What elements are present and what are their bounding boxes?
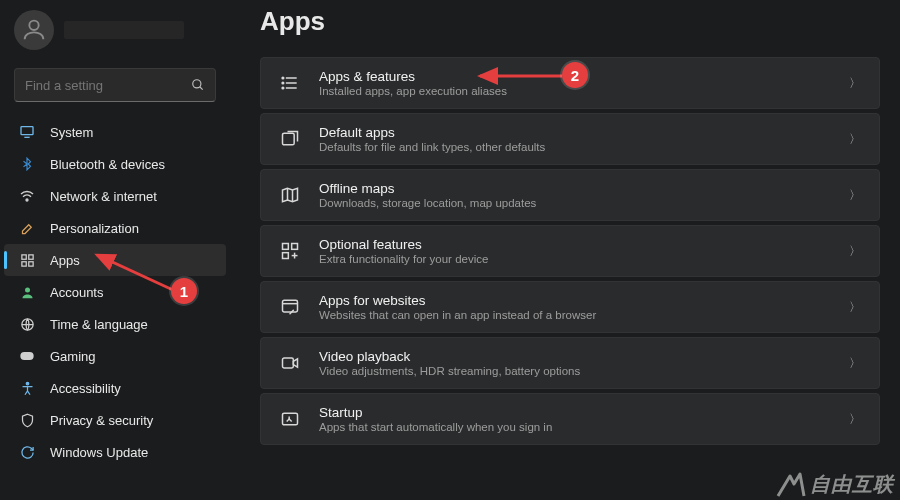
chevron-right-icon: 〉 (849, 411, 861, 428)
svg-rect-8 (21, 261, 25, 265)
sidebar-item-label: Network & internet (50, 189, 157, 204)
card-default-apps[interactable]: Default apps Defaults for file and link … (260, 113, 880, 165)
settings-card-list: Apps & features Installed apps, app exec… (260, 57, 880, 445)
svg-rect-23 (283, 244, 289, 250)
sidebar-item-time-language[interactable]: Time & language (4, 308, 226, 340)
chevron-right-icon: 〉 (849, 131, 861, 148)
card-subtitle: Downloads, storage location, map updates (319, 197, 536, 209)
startup-icon (279, 408, 301, 430)
wifi-icon (18, 187, 36, 205)
svg-rect-12 (20, 352, 33, 360)
sidebar-item-apps[interactable]: Apps (4, 244, 226, 276)
svg-rect-7 (28, 254, 32, 258)
sidebar-item-gaming[interactable]: Gaming (4, 340, 226, 372)
svg-rect-25 (283, 253, 289, 259)
svg-rect-9 (28, 261, 32, 265)
brush-icon (18, 219, 36, 237)
svg-point-19 (282, 87, 284, 89)
accessibility-icon (18, 379, 36, 397)
svg-point-5 (26, 199, 28, 201)
annotation-badge-1: 1 (171, 278, 197, 304)
default-apps-icon (279, 128, 301, 150)
grid-plus-icon (279, 240, 301, 262)
chevron-right-icon: 〉 (849, 243, 861, 260)
sidebar-item-bluetooth[interactable]: Bluetooth & devices (4, 148, 226, 180)
svg-rect-20 (283, 133, 295, 145)
sidebar-item-label: Personalization (50, 221, 139, 236)
card-subtitle: Extra functionality for your device (319, 253, 488, 265)
avatar (14, 10, 54, 50)
watermark-logo-icon (776, 472, 806, 498)
card-startup[interactable]: Startup Apps that start automatically wh… (260, 393, 880, 445)
search-input[interactable] (14, 68, 216, 102)
card-title: Default apps (319, 125, 545, 140)
svg-rect-24 (292, 244, 298, 250)
search-field[interactable] (25, 78, 185, 93)
card-title: Apps & features (319, 69, 507, 84)
sidebar-item-label: Time & language (50, 317, 148, 332)
globe-icon (18, 315, 36, 333)
sidebar-item-label: Gaming (50, 349, 96, 364)
svg-point-13 (26, 382, 29, 385)
card-title: Video playback (319, 349, 580, 364)
list-icon (279, 72, 301, 94)
update-icon (18, 443, 36, 461)
sidebar-item-personalization[interactable]: Personalization (4, 212, 226, 244)
svg-rect-30 (283, 358, 294, 368)
gaming-icon (18, 347, 36, 365)
watermark: 自由互联 (776, 471, 894, 498)
person-icon (20, 16, 48, 44)
search-icon (191, 78, 205, 92)
card-subtitle: Websites that can open in an app instead… (319, 309, 596, 321)
card-subtitle: Video adjustments, HDR streaming, batter… (319, 365, 580, 377)
card-optional-features[interactable]: Optional features Extra functionality fo… (260, 225, 880, 277)
card-title: Offline maps (319, 181, 536, 196)
sidebar-item-label: Apps (50, 253, 80, 268)
svg-point-1 (193, 80, 201, 88)
sidebar-item-label: Privacy & security (50, 413, 153, 428)
card-subtitle: Apps that start automatically when you s… (319, 421, 552, 433)
svg-line-2 (200, 87, 203, 90)
sidebar-item-windows-update[interactable]: Windows Update (4, 436, 226, 468)
card-title: Optional features (319, 237, 488, 252)
sidebar-item-label: Accounts (50, 285, 103, 300)
card-apps-for-websites[interactable]: Apps for websites Websites that can open… (260, 281, 880, 333)
chevron-right-icon: 〉 (849, 355, 861, 372)
map-icon (279, 184, 301, 206)
svg-rect-6 (21, 254, 25, 258)
svg-point-18 (282, 82, 284, 84)
person-icon (18, 283, 36, 301)
apps-icon (18, 251, 36, 269)
sidebar: System Bluetooth & devices Network & int… (0, 0, 230, 500)
sidebar-item-system[interactable]: System (4, 116, 226, 148)
sidebar-item-label: System (50, 125, 93, 140)
card-video-playback[interactable]: Video playback Video adjustments, HDR st… (260, 337, 880, 389)
user-name-redacted (64, 21, 184, 39)
svg-point-0 (29, 21, 38, 30)
sidebar-item-network[interactable]: Network & internet (4, 180, 226, 212)
shield-icon (18, 411, 36, 429)
display-icon (18, 123, 36, 141)
card-offline-maps[interactable]: Offline maps Downloads, storage location… (260, 169, 880, 221)
card-title: Apps for websites (319, 293, 596, 308)
user-account-row[interactable] (0, 8, 230, 68)
card-subtitle: Defaults for file and link types, other … (319, 141, 545, 153)
chevron-right-icon: 〉 (849, 75, 861, 92)
svg-point-17 (282, 77, 284, 79)
svg-rect-28 (283, 300, 298, 312)
chevron-right-icon: 〉 (849, 299, 861, 316)
page-title: Apps (260, 6, 880, 37)
sidebar-item-label: Bluetooth & devices (50, 157, 165, 172)
sidebar-item-label: Windows Update (50, 445, 148, 460)
sidebar-item-accessibility[interactable]: Accessibility (4, 372, 226, 404)
website-app-icon (279, 296, 301, 318)
annotation-badge-2: 2 (562, 62, 588, 88)
video-icon (279, 352, 301, 374)
card-title: Startup (319, 405, 552, 420)
svg-point-10 (25, 287, 30, 292)
watermark-text: 自由互联 (810, 471, 894, 498)
svg-rect-3 (21, 127, 33, 135)
sidebar-item-label: Accessibility (50, 381, 121, 396)
bluetooth-icon (18, 155, 36, 173)
sidebar-item-privacy[interactable]: Privacy & security (4, 404, 226, 436)
